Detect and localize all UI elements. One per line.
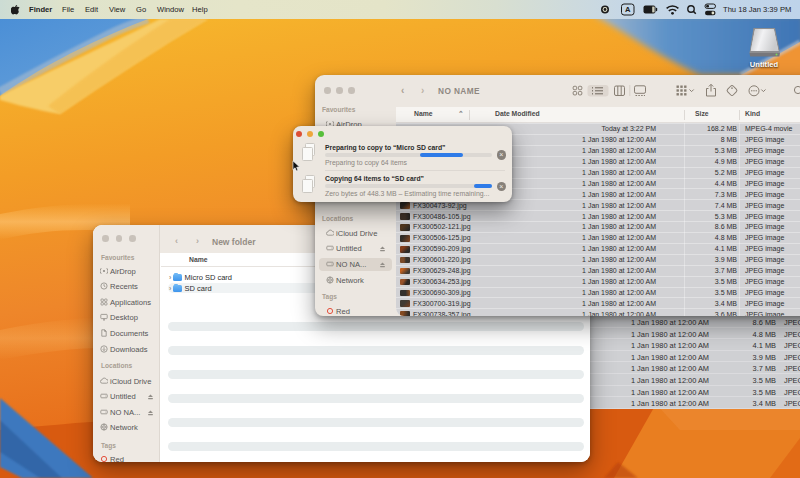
svg-text:A: A xyxy=(625,5,631,14)
svg-text:Untitled: Untitled xyxy=(750,60,779,69)
